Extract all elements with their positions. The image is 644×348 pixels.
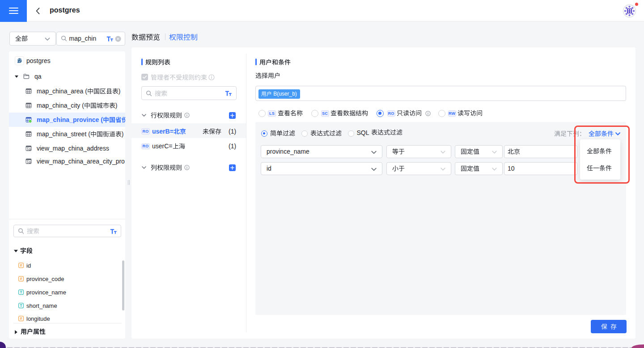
svg-text:#: # — [20, 277, 22, 281]
svg-text:T: T — [20, 290, 22, 294]
svg-text:T: T — [20, 304, 22, 308]
svg-text:#: # — [20, 264, 22, 268]
svg-text:#: # — [20, 317, 22, 321]
